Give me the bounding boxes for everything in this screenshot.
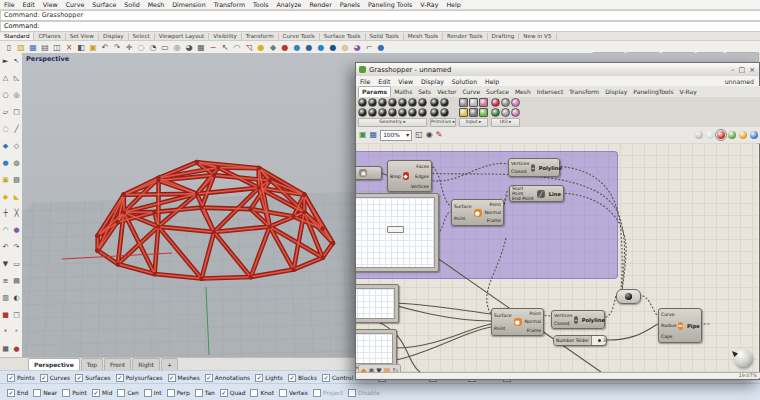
preview-eye-icon[interactable]: ◉ xyxy=(426,130,433,140)
toolbar-tab-solid-tools[interactable]: Solid Tools xyxy=(366,33,404,40)
viewport-tab-top[interactable]: Top xyxy=(81,358,103,370)
gh-tab-display[interactable]: Display xyxy=(602,87,630,97)
sidebar-tool-7[interactable]: □ xyxy=(13,108,20,116)
gh-menu-display[interactable]: Display xyxy=(417,78,448,85)
lamp-icon[interactable]: ● xyxy=(255,42,267,53)
toolbar-tab-transform[interactable]: Transform xyxy=(242,33,279,40)
globe2-icon[interactable]: ● xyxy=(375,42,387,53)
sidebar-tool-25[interactable]: ▭ xyxy=(13,260,20,268)
sidebar-tool-15[interactable]: ▨ xyxy=(13,176,20,184)
menu-panels[interactable]: Panels xyxy=(336,1,364,8)
sidebar-tool-1[interactable]: ↖ xyxy=(14,57,20,65)
command-input[interactable]: Command: xyxy=(0,21,760,32)
sidebar-tool-29[interactable]: ◐ xyxy=(13,294,19,302)
input-brep[interactable]: Brep xyxy=(390,174,401,179)
sidebar-tool-35[interactable]: ● xyxy=(13,345,19,353)
input-vertices[interactable]: Vertices xyxy=(554,313,572,318)
open-file-icon[interactable]: ▣ xyxy=(359,130,367,140)
util-icon-0[interactable] xyxy=(491,98,500,107)
osnap-tan[interactable]: Tan xyxy=(195,389,215,397)
osnap-knot[interactable]: Knot xyxy=(250,389,274,397)
geometry-icon-12[interactable] xyxy=(408,108,417,117)
curve-tool-icon[interactable]: ⌐ xyxy=(363,42,375,53)
toolbar-tab-drafting[interactable]: Drafting xyxy=(488,33,520,40)
util-icon-5[interactable] xyxy=(511,108,520,117)
gh-menu-solution[interactable]: Solution xyxy=(448,78,481,85)
geometry-icon-2[interactable] xyxy=(378,98,387,107)
output-point[interactable]: Point xyxy=(524,311,541,316)
checkbox-end[interactable]: ✓ xyxy=(7,389,15,397)
checkbox-perp[interactable] xyxy=(167,389,175,397)
filter-meshes[interactable]: ✓Meshes xyxy=(168,374,200,382)
toolbar-tab-display[interactable]: Display xyxy=(99,33,129,40)
util-icon-4[interactable] xyxy=(501,108,510,117)
checkbox-blocks[interactable]: ✓ xyxy=(288,374,296,382)
zoom-select-icon[interactable]: ◎ xyxy=(171,42,183,53)
util-icon-2[interactable] xyxy=(511,98,520,107)
menu-transform[interactable]: Transform xyxy=(210,1,249,8)
filter-annotations[interactable]: ✓Annotations xyxy=(205,374,250,382)
paste-icon[interactable]: ▣ xyxy=(87,42,99,53)
sidebar-tool-33[interactable]: ＊ xyxy=(13,328,20,336)
md-slider-2[interactable] xyxy=(356,284,399,323)
sidebar-tool-9[interactable]: ╱ xyxy=(14,125,18,133)
filter-curves[interactable]: ✓Curves xyxy=(40,374,70,382)
number-slider[interactable]: Number Slider3 xyxy=(553,335,607,346)
grasshopper-title-bar[interactable]: Grasshopper - unnamed –□× xyxy=(356,63,759,77)
sidebar-tool-3[interactable]: ◺ xyxy=(14,74,19,82)
pipe[interactable]: CurveRadiusCaps✏Pipe xyxy=(658,308,702,343)
md-slider-1[interactable] xyxy=(356,193,439,272)
output-normal[interactable]: Normal xyxy=(484,210,501,215)
toolbar-tab-curve-tools[interactable]: Curve Tools xyxy=(279,33,320,40)
sketch-icon[interactable]: ✎ xyxy=(436,130,443,140)
canvas-zoom-select[interactable]: 100%▾ xyxy=(380,130,412,141)
viewport-tab-perspective[interactable]: Perspective xyxy=(28,358,80,370)
geometry-icon-4[interactable] xyxy=(398,98,407,107)
sidebar-tool-5[interactable]: ◎ xyxy=(13,91,19,99)
slider-knob[interactable] xyxy=(598,339,601,342)
input-point[interactable]: Point xyxy=(454,216,472,221)
preview-wire-sphere[interactable] xyxy=(706,131,714,139)
menu-file[interactable]: File xyxy=(0,1,19,8)
input-caps[interactable]: Caps xyxy=(661,334,676,339)
toolbar-tab-cplanes[interactable]: CPlanes xyxy=(34,33,65,40)
deconstruct-brep[interactable]: Brep◆FacesEdgesVertices xyxy=(387,160,432,192)
sidebar-tool-20[interactable]: ◠ xyxy=(2,226,8,234)
filter-polysurfaces[interactable]: ✓Polysurfaces xyxy=(116,374,163,382)
output-normal[interactable]: Normal xyxy=(524,319,541,324)
sidebar-tool-24[interactable]: ▼ xyxy=(3,260,8,268)
input-radius[interactable]: Radius xyxy=(661,323,676,328)
osnap-mid[interactable]: ✓Mid xyxy=(92,389,112,397)
rotate-icon[interactable]: ◠ xyxy=(231,42,243,53)
md-slider-3[interactable] xyxy=(356,329,397,368)
checkbox-meshes[interactable]: ✓ xyxy=(168,374,176,382)
primitive-icon-2[interactable] xyxy=(430,108,439,117)
osnap-point[interactable]: Point xyxy=(62,389,87,397)
menu-solid[interactable]: Solid xyxy=(120,1,143,8)
input-surface[interactable]: Surface xyxy=(454,204,472,209)
sidebar-tool-0[interactable]: ► xyxy=(3,57,8,65)
render-globe-icon[interactable]: ● xyxy=(327,42,339,53)
util-icon-3[interactable] xyxy=(491,108,500,117)
input-start-point[interactable]: Start Point xyxy=(512,186,535,196)
number-slider-value[interactable]: 3 xyxy=(598,338,606,343)
zoom-extents-icon[interactable]: ◱ xyxy=(415,130,423,140)
sphere-b-icon[interactable]: ● xyxy=(315,42,327,53)
util-icon-1[interactable] xyxy=(501,98,510,107)
geometry-icon-1[interactable] xyxy=(368,98,377,107)
checkbox-cen[interactable] xyxy=(117,389,125,397)
osnap-disable[interactable]: Disable xyxy=(348,389,380,397)
geometry-icon-10[interactable] xyxy=(388,108,397,117)
sidebar-tool-16[interactable]: ◆ xyxy=(3,193,8,201)
gh-menu-view[interactable]: View xyxy=(394,78,417,85)
gh-tab-vector[interactable]: Vector xyxy=(434,87,459,97)
sidebar-tool-8[interactable]: ◌ xyxy=(2,125,8,133)
menu-surface[interactable]: Surface xyxy=(88,1,120,8)
preview-off-sphere[interactable] xyxy=(695,131,703,139)
redo-icon[interactable]: ↷ xyxy=(111,42,123,53)
checkbox-project[interactable] xyxy=(313,389,321,397)
checkbox-lights[interactable]: ✓ xyxy=(255,374,263,382)
preview-shaded-sphere[interactable] xyxy=(717,131,725,139)
delete-icon[interactable]: × xyxy=(63,42,75,53)
line-1[interactable]: Start PointEnd Point╱Line xyxy=(509,185,564,202)
